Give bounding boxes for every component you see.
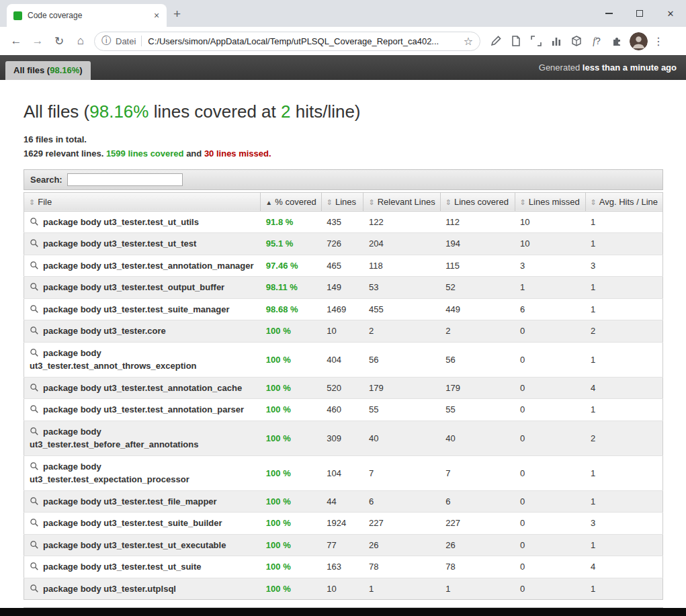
package-extension-icon[interactable] (566, 31, 587, 51)
lines-missed-cell: 10 (515, 211, 585, 233)
file-link[interactable]: package body ut3_tester.test_ut_test (24, 233, 261, 255)
relevant-lines-cell: 6 (363, 490, 440, 513)
lines-cell: 10 (321, 320, 363, 343)
lines-cell: 520 (321, 377, 363, 399)
file-link[interactable]: package body ut3_tester.test_suite_build… (24, 513, 261, 535)
lines-cell: 404 (321, 342, 363, 377)
lines-covered-cell: 52 (440, 277, 515, 299)
new-tab-button[interactable]: + (173, 7, 181, 20)
percent-covered-cell: 95.1 % (261, 233, 321, 255)
back-icon[interactable]: ← (5, 34, 27, 48)
column-header-percent-covered[interactable]: ▲% covered (261, 192, 321, 211)
close-button[interactable]: ✕ (655, 0, 686, 27)
file-name: package body ut3_tester.test_ut_executab… (43, 540, 226, 550)
maximize-icon (636, 10, 643, 17)
table-row: package body ut3_tester.core 100 % 10 2 … (24, 320, 663, 343)
magnifier-icon (30, 584, 39, 593)
maximize-button[interactable] (624, 0, 655, 27)
tab-close-icon[interactable]: × (151, 10, 163, 21)
table-row: package body ut3_tester.test_ut_executab… (24, 534, 663, 556)
forward-icon[interactable]: → (27, 34, 48, 48)
lines-missed-cell: 6 (515, 298, 585, 320)
avg-hits-cell: 1 (585, 490, 662, 513)
column-label: Avg. Hits / Line (599, 197, 658, 207)
lines-missed-cell: 1 (515, 277, 585, 299)
file-link[interactable]: package body ut3_tester.test_ut_utils (24, 211, 261, 233)
lines-covered-cell: 2 (440, 320, 515, 343)
file-link[interactable]: package body ut3_tester.test_ut_executab… (24, 534, 261, 556)
file-link[interactable]: package body ut3_tester.test_ut_suite (24, 556, 261, 578)
function-glyph: f? (593, 36, 601, 47)
capture-extension-icon[interactable] (526, 31, 546, 51)
file-link[interactable]: package body ut3_tester.test_output_buff… (24, 277, 261, 299)
file-link[interactable]: package body ut3_tester.test_suite_manag… (24, 298, 261, 320)
page-info-icon[interactable]: ⓘ (101, 35, 111, 47)
file-name: package body ut3_tester.core (43, 326, 166, 336)
url-text[interactable]: C:/Users/simon/AppData/Local/Temp/utPLSQ… (148, 36, 459, 46)
lines-missed: 30 lines missed. (204, 148, 271, 159)
bookmark-star-icon[interactable]: ☆ (464, 35, 473, 48)
title-percent: 98.16% (89, 101, 148, 122)
file-link[interactable]: package body ut3_tester.test_file_mapper (24, 490, 261, 513)
avg-hits-cell: 1 (585, 534, 662, 556)
lines-covered-cell: 56 (440, 342, 515, 377)
browser-menu-icon[interactable]: ⋮ (650, 35, 667, 48)
generated-label: Generated (539, 62, 580, 73)
summary-stats: 16 files in total. 1629 relevant lines. … (24, 133, 663, 161)
table-row: package body ut3_tester.test_suite_manag… (24, 298, 663, 320)
column-header-relevant-lines[interactable]: ⇕Relevant Lines (363, 192, 440, 211)
file-link[interactable]: package body ut3_tester.test_annotation_… (24, 377, 261, 399)
pdf-extension-icon[interactable] (506, 31, 526, 51)
refresh-icon[interactable]: ↻ (48, 34, 70, 48)
file-link[interactable]: package bodyut3_tester.test_expectation_… (24, 455, 261, 490)
address-bar[interactable]: ⓘ Datei C:/Users/simon/AppData/Local/Tem… (94, 32, 480, 51)
column-header-avg-hits[interactable]: ⇕Avg. Hits / Line (585, 192, 662, 211)
magnifier-icon (30, 282, 39, 292)
browser-tab[interactable]: Code coverage × (7, 4, 167, 27)
lines-cell: 10 (321, 578, 363, 600)
column-header-lines[interactable]: ⇕Lines (321, 192, 363, 211)
table-header-row: ⇕File ▲% covered ⇕Lines ⇕Relevant Lines … (24, 192, 663, 211)
table-row: package body ut3_tester.test_annotation_… (24, 377, 663, 399)
avg-hits-cell: 4 (585, 377, 662, 399)
column-header-lines-missed[interactable]: ⇕Lines missed (515, 192, 585, 211)
percent-covered-cell: 100 % (261, 455, 321, 490)
tab-all-files[interactable]: All files (98.16%) (5, 61, 91, 80)
file-link[interactable]: package bodyut3_tester.test_annot_throws… (24, 342, 261, 377)
column-label: Lines missed (529, 197, 580, 207)
profile-avatar[interactable] (630, 32, 648, 50)
file-link[interactable]: package body ut3_tester.test_annotation_… (24, 255, 261, 277)
lines-cell: 309 (321, 421, 363, 455)
lines-missed-cell: 0 (515, 513, 585, 535)
search-label: Search: (30, 175, 62, 185)
browser-toolbar: ← → ↻ ⌂ ⓘ Datei C:/Users/simon/AppData/L… (0, 27, 686, 55)
magnifier-icon (30, 217, 39, 226)
column-header-lines-covered[interactable]: ⇕Lines covered (440, 192, 515, 211)
table-row: package body ut3_tester.test_output_buff… (24, 277, 663, 299)
file-link[interactable]: package bodyut3_tester.test_before_after… (24, 421, 261, 455)
avg-hits-cell: 2 (585, 320, 662, 343)
window-controls: ✕ (593, 0, 686, 27)
function-extension-icon[interactable]: f? (587, 31, 607, 51)
tab-label-suffix: ) (79, 65, 82, 75)
column-header-file[interactable]: ⇕File (24, 192, 261, 211)
sort-icon: ⇕ (29, 198, 35, 206)
column-label: Lines covered (454, 197, 509, 207)
table-row: package bodyut3_tester.test_annot_throws… (24, 342, 663, 377)
lines-covered-cell: 40 (440, 421, 515, 455)
search-input[interactable] (67, 173, 183, 186)
relevant-lines-cell: 40 (363, 421, 440, 455)
file-link[interactable]: package body ut3_tester.test_annotation_… (24, 399, 261, 421)
minimize-button[interactable] (593, 0, 624, 27)
stats-extension-icon[interactable] (546, 31, 566, 51)
tab-title: Code coverage (28, 11, 151, 20)
home-icon[interactable]: ⌂ (70, 34, 91, 48)
file-link[interactable]: package body ut3_tester.utplsql (24, 578, 261, 600)
search-bar: Search: (24, 169, 663, 190)
table-row: package body ut3_tester.utplsql 100 % 10… (24, 578, 663, 600)
pen-extension-icon[interactable] (486, 31, 506, 51)
relevant-lines-cell: 7 (363, 455, 440, 490)
file-link[interactable]: package body ut3_tester.core (24, 320, 261, 343)
coverage-table: ⇕File ▲% covered ⇕Lines ⇕Relevant Lines … (24, 192, 663, 601)
puzzle-extension-icon[interactable] (607, 31, 627, 51)
